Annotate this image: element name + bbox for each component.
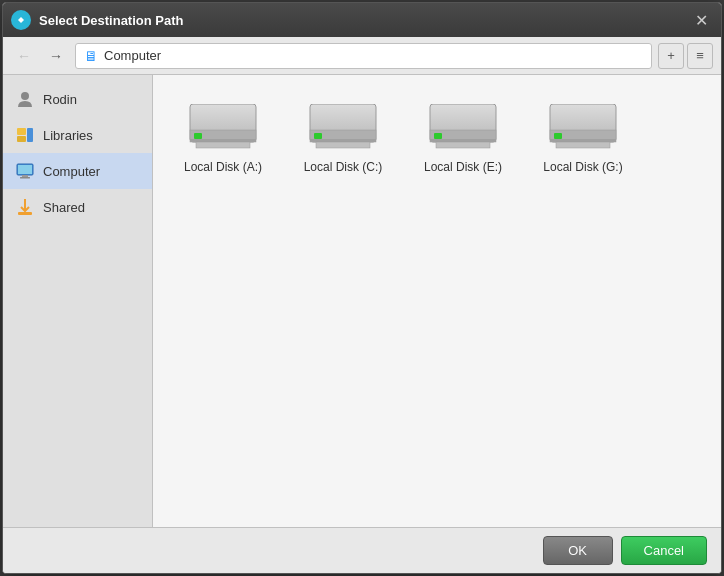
dialog-title: Select Destination Path: [39, 13, 183, 28]
disk-icon-0: [188, 104, 258, 152]
title-bar-left: Select Destination Path: [11, 10, 183, 30]
toolbar: ← → 🖥 Computer + ≡: [3, 37, 721, 75]
svg-rect-4: [27, 128, 33, 142]
toolbar-actions: + ≡: [658, 43, 713, 69]
svg-rect-22: [430, 139, 496, 142]
svg-rect-13: [194, 133, 202, 139]
title-bar: Select Destination Path ✕: [3, 3, 721, 37]
file-label-2: Local Disk (E:): [424, 160, 502, 174]
dialog: Select Destination Path ✕ ← → 🖥 Computer…: [2, 2, 722, 574]
file-area: Local Disk (A:) Local Disk: [153, 75, 721, 527]
add-folder-button[interactable]: +: [658, 43, 684, 69]
sidebar-item-rodin[interactable]: Rodin: [3, 81, 152, 117]
file-label-1: Local Disk (C:): [304, 160, 383, 174]
svg-rect-9: [18, 212, 32, 215]
svg-rect-6: [18, 165, 32, 174]
file-label-3: Local Disk (G:): [543, 160, 622, 174]
svg-rect-3: [17, 136, 26, 142]
svg-rect-12: [190, 139, 256, 142]
svg-rect-29: [556, 142, 610, 148]
list-view-button[interactable]: ≡: [687, 43, 713, 69]
rodin-icon: [15, 89, 35, 109]
bottom-bar: OK Cancel: [3, 527, 721, 573]
file-label-0: Local Disk (A:): [184, 160, 262, 174]
disk-icon-2: [428, 104, 498, 152]
file-item-0[interactable]: Local Disk (A:): [173, 95, 273, 183]
forward-button[interactable]: →: [43, 43, 69, 69]
svg-rect-28: [554, 133, 562, 139]
svg-point-1: [21, 92, 29, 100]
file-item-2[interactable]: Local Disk (E:): [413, 95, 513, 183]
sidebar-item-computer[interactable]: Computer: [3, 153, 152, 189]
ok-button[interactable]: OK: [543, 536, 613, 565]
disk-icon-3: [548, 104, 618, 152]
app-icon: [11, 10, 31, 30]
svg-rect-23: [434, 133, 442, 139]
libraries-icon: [15, 125, 35, 145]
computer-label: Computer: [43, 164, 100, 179]
sidebar-item-shared[interactable]: Shared: [3, 189, 152, 225]
svg-rect-17: [310, 139, 376, 142]
location-text: Computer: [104, 48, 161, 63]
svg-rect-18: [314, 133, 322, 139]
svg-rect-14: [196, 142, 250, 148]
svg-rect-7: [22, 175, 28, 177]
location-bar: 🖥 Computer: [75, 43, 652, 69]
svg-rect-27: [550, 139, 616, 142]
svg-rect-24: [436, 142, 490, 148]
shared-label: Shared: [43, 200, 85, 215]
file-item-3[interactable]: Local Disk (G:): [533, 95, 633, 183]
cancel-button[interactable]: Cancel: [621, 536, 707, 565]
main-content: RodinLibrariesComputerShared: [3, 75, 721, 527]
svg-rect-19: [316, 142, 370, 148]
computer-icon: 🖥: [84, 48, 98, 64]
file-item-1[interactable]: Local Disk (C:): [293, 95, 393, 183]
sidebar: RodinLibrariesComputerShared: [3, 75, 153, 527]
libraries-label: Libraries: [43, 128, 93, 143]
svg-rect-2: [17, 128, 26, 135]
svg-rect-8: [20, 177, 30, 179]
sidebar-item-libraries[interactable]: Libraries: [3, 117, 152, 153]
close-button[interactable]: ✕: [689, 8, 713, 32]
disk-icon-1: [308, 104, 378, 152]
computer-icon: [15, 161, 35, 181]
rodin-label: Rodin: [43, 92, 77, 107]
back-button[interactable]: ←: [11, 43, 37, 69]
shared-icon: [15, 197, 35, 217]
